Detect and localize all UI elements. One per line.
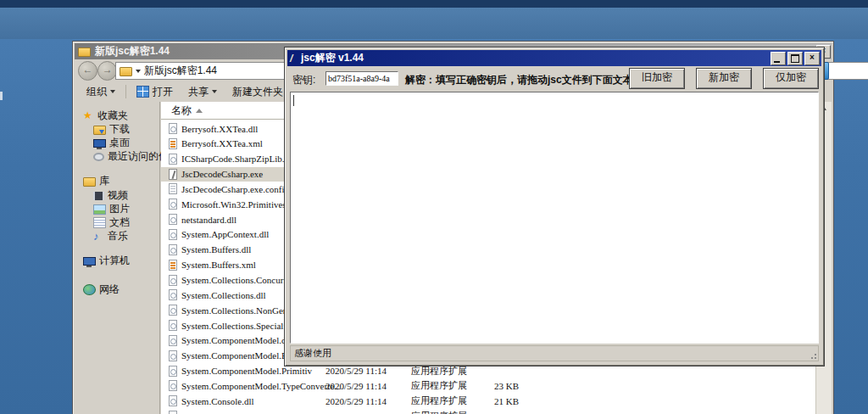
window-controls: × bbox=[771, 52, 820, 65]
encrypt-buttons: 旧加密 新加密 仅加密 bbox=[629, 68, 819, 89]
sidebar-label: 视频 bbox=[108, 188, 128, 203]
sidebar-label: 图片 bbox=[109, 202, 130, 216]
organize-label: 组织 bbox=[86, 85, 107, 99]
sidebar-item[interactable]: ♪音乐 bbox=[75, 230, 159, 243]
share-button[interactable]: 共享 bbox=[183, 83, 222, 101]
dll-file-icon bbox=[169, 199, 177, 210]
maximize-button[interactable] bbox=[787, 52, 803, 65]
config-file-icon bbox=[169, 183, 177, 194]
library-icon bbox=[83, 177, 96, 187]
file-name: System.ComponentModel.dll bbox=[181, 335, 292, 345]
sidebar-item[interactable]: 下载 bbox=[75, 122, 159, 136]
sidebar-label: 库 bbox=[99, 174, 109, 188]
file-name: Microsoft.Win32.Primitives.dll bbox=[181, 199, 298, 210]
sidebar-group[interactable]: 库 bbox=[75, 175, 159, 188]
back-button[interactable]: ← bbox=[78, 61, 97, 81]
recent-icon bbox=[93, 153, 104, 161]
file-row[interactable]: System.ComponentModel.TypeConverte...202… bbox=[161, 378, 576, 393]
folder-icon bbox=[78, 48, 91, 57]
star-icon: ★ bbox=[83, 110, 94, 120]
forward-button[interactable]: → bbox=[97, 61, 117, 81]
sidebar-label: 下载 bbox=[109, 122, 130, 137]
file-name: System.Buffers.xml bbox=[181, 260, 256, 270]
dll-file-icon bbox=[169, 123, 177, 134]
close-button[interactable]: × bbox=[804, 52, 820, 65]
music-icon: ♪ bbox=[93, 232, 104, 242]
status-bar: 感谢使用 bbox=[290, 345, 819, 361]
dll-file-icon bbox=[169, 320, 177, 331]
new-encrypt-button[interactable]: 新加密 bbox=[696, 68, 752, 89]
desktop-edge-artifact bbox=[0, 92, 3, 100]
folder-icon bbox=[120, 67, 132, 76]
file-row[interactable]: System.Console.dll2020/5/29 11:14应用程序扩展2… bbox=[161, 394, 576, 408]
sidebar-label: 文档 bbox=[109, 215, 130, 230]
desktop-top-strip bbox=[0, 0, 868, 8]
open-button[interactable]: 打开 bbox=[131, 83, 178, 101]
sort-ascending-icon bbox=[196, 109, 203, 113]
file-name: Berrysoft.XXTea.xml bbox=[181, 138, 263, 148]
minimize-button[interactable] bbox=[771, 52, 786, 65]
old-encrypt-button[interactable]: 旧加密 bbox=[629, 68, 685, 89]
share-label: 共享 bbox=[188, 85, 209, 99]
slash-app-icon: / bbox=[290, 53, 298, 64]
sidebar-item[interactable]: 最近访问的位置 bbox=[75, 150, 159, 164]
organize-button[interactable]: 组织 bbox=[81, 83, 120, 101]
file-date: 2020/5/29 11:14 bbox=[326, 411, 387, 414]
dll-file-icon bbox=[169, 289, 177, 300]
dll-file-icon bbox=[169, 229, 177, 240]
file-name: ICSharpCode.SharpZipLib.dll bbox=[181, 154, 294, 164]
decrypt-hint: 解密：填写正确密钥后，请拖动jsc文件到下面文本框内 bbox=[405, 73, 654, 87]
chevron-down-icon bbox=[136, 70, 141, 73]
chevron-down-icon bbox=[110, 90, 115, 93]
file-date: 2020/5/29 11:14 bbox=[326, 381, 387, 391]
file-name: System.Console.dll bbox=[181, 396, 254, 406]
file-name: Berrysoft.XXTea.dll bbox=[181, 124, 258, 134]
dll-file-icon bbox=[169, 380, 177, 391]
open-app-icon bbox=[136, 86, 149, 98]
file-name: System.Collections.dll bbox=[181, 290, 266, 300]
film-icon bbox=[93, 192, 104, 200]
jsc-decrypt-dialog: / jsc解密 v1.44 × 密钥: 解密：填写正确密钥后，请拖动jsc文件到… bbox=[284, 47, 825, 366]
explorer-title: 新版jsc解密1.44 bbox=[95, 44, 170, 59]
dialog-title: jsc解密 v1.44 bbox=[301, 51, 364, 65]
file-size: 23 KB bbox=[449, 381, 519, 391]
dll-file-icon bbox=[169, 214, 177, 225]
nav-buttons: ← → bbox=[78, 61, 117, 81]
picture-icon bbox=[93, 204, 106, 215]
dll-file-icon bbox=[169, 154, 177, 165]
drop-textarea[interactable] bbox=[290, 92, 819, 344]
key-label: 密钥: bbox=[292, 73, 315, 87]
doc-icon bbox=[93, 217, 106, 228]
file-name: System.Buffers.dll bbox=[181, 244, 251, 255]
file-name: netstandard.dll bbox=[181, 215, 236, 225]
sidebar-item[interactable]: 文档 bbox=[75, 215, 159, 229]
file-row[interactable]: System.Data.Common.dll2020/5/29 11:14应用程… bbox=[161, 409, 576, 414]
toolbar-divider bbox=[125, 85, 126, 98]
background-band bbox=[0, 8, 868, 39]
dll-file-icon bbox=[169, 411, 177, 414]
resize-grip[interactable] bbox=[809, 351, 817, 360]
file-name: JscDecodeCsharp.exe bbox=[181, 169, 263, 179]
sidebar-group[interactable]: ★收藏夹 bbox=[75, 109, 159, 122]
desktop: 新版jsc解密1.44 × ← → 新版jsc解密1.44 组织 打开 bbox=[0, 0, 868, 414]
breadcrumb-path: 新版jsc解密1.44 bbox=[144, 64, 217, 78]
sidebar-group[interactable]: 网络 bbox=[75, 283, 159, 297]
sidebar-item[interactable]: 桌面 bbox=[75, 136, 159, 149]
sidebar-item[interactable]: 视频 bbox=[75, 188, 159, 202]
dialog-titlebar[interactable]: / jsc解密 v1.44 × bbox=[287, 50, 821, 66]
network-icon bbox=[83, 284, 96, 295]
dll-file-icon bbox=[169, 335, 177, 346]
new-folder-label: 新建文件夹 bbox=[232, 85, 283, 99]
sidebar-item[interactable]: 图片 bbox=[75, 202, 159, 215]
file-name: JscDecodeCsharp.exe.config bbox=[181, 184, 289, 194]
new-folder-button[interactable]: 新建文件夹 bbox=[227, 83, 288, 101]
sidebar-label: 音乐 bbox=[108, 229, 128, 243]
dll-file-icon bbox=[169, 275, 177, 286]
file-name: System.ComponentModel.TypeConverte... bbox=[181, 381, 341, 391]
xml-file-icon bbox=[169, 260, 177, 271]
dll-file-icon bbox=[169, 244, 177, 255]
only-encrypt-button[interactable]: 仅加密 bbox=[763, 68, 819, 89]
computer-icon bbox=[83, 257, 96, 266]
key-input[interactable] bbox=[326, 71, 398, 86]
sidebar-group[interactable]: 计算机 bbox=[75, 255, 159, 268]
